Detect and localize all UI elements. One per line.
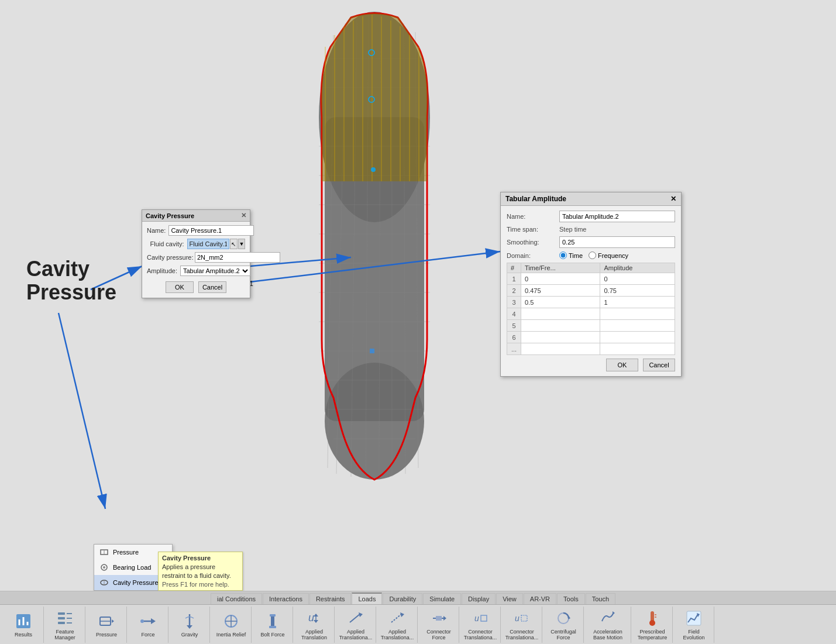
tab-display[interactable]: Display — [462, 593, 496, 604]
cavity-cancel-btn[interactable]: Cancel — [198, 281, 226, 293]
cell-amplitude[interactable]: 0.75 — [600, 285, 675, 297]
prescribed-temp-icon — [643, 609, 662, 628]
tab-durability[interactable]: Durability — [383, 593, 422, 604]
svg-rect-71 — [270, 614, 276, 617]
tabular-name-label: Name: — [507, 213, 559, 220]
tab-ial-conditions[interactable]: ial Conditions — [211, 593, 262, 604]
domain-time-radio[interactable] — [559, 252, 567, 259]
gravity-label: Gravity — [181, 632, 198, 638]
force-tool[interactable]: Force — [130, 608, 166, 642]
tab-interactions[interactable]: Interactions — [263, 593, 309, 604]
applied-translation2-icon — [346, 609, 365, 628]
applied-translation3-icon — [388, 609, 407, 628]
feature-manager-icon — [56, 609, 74, 628]
tooltip-body: Applies a pressure restraint to a fluid … — [162, 563, 239, 580]
svg-text:u: u — [474, 614, 479, 623]
results-tool[interactable]: Results — [6, 608, 41, 642]
acceleration-base-motion-icon — [598, 609, 617, 628]
svg-marker-79 — [359, 612, 363, 617]
inertia-relief-tool[interactable]: Inertia Relief — [214, 608, 249, 642]
viewport — [0, 0, 836, 591]
cell-amplitude[interactable] — [600, 343, 675, 355]
tab-loads[interactable]: Loads — [352, 593, 382, 604]
svg-point-65 — [140, 619, 144, 623]
amplitude-select[interactable]: Tabular Amplitude.2 — [180, 266, 250, 276]
cell-row-num: 6 — [507, 332, 521, 343]
cell-amplitude[interactable] — [600, 320, 675, 332]
cell-time[interactable]: 0.475 — [521, 285, 600, 297]
col-num-header: # — [507, 263, 521, 273]
fluid-cavity-input[interactable] — [187, 239, 229, 249]
bolt-force-label: Bolt Force — [260, 632, 284, 638]
cavity-dialog-close[interactable]: ✕ — [241, 212, 246, 219]
centrifugal-force-tool[interactable]: Centrifugal Force — [546, 608, 581, 642]
cell-time[interactable] — [521, 320, 600, 332]
tooltip-title: Cavity Pressure — [162, 555, 239, 562]
cell-row-num: 1 — [507, 273, 521, 285]
cavity-popup-icon — [99, 577, 109, 588]
svg-rect-56 — [58, 617, 65, 619]
prescribed-temp-tool[interactable]: Prescribed Temperature — [635, 608, 670, 642]
domain-freq-radio[interactable] — [589, 252, 596, 259]
cell-time[interactable] — [521, 308, 600, 320]
cell-time[interactable]: 0.5 — [521, 297, 600, 308]
cell-row-num: 4 — [507, 308, 521, 320]
applied-translation2-label: Applied Translationa... — [339, 629, 373, 640]
connector-force-tool[interactable]: Connector Force — [421, 608, 456, 642]
tabular-name-input[interactable] — [559, 211, 675, 222]
smoothing-label: Smoothing: — [507, 239, 559, 246]
cavity-pressure-input[interactable] — [195, 252, 280, 263]
domain-time-label: Time — [569, 252, 583, 259]
cavity-pressure-dialog: Cavity Pressure ✕ Name: Fluid cavity: ↖ … — [142, 209, 250, 298]
tabular-ok-btn[interactable]: OK — [606, 359, 638, 371]
tabular-cancel-btn[interactable]: Cancel — [643, 359, 675, 371]
tabular-dialog-close[interactable]: ✕ — [670, 195, 676, 203]
cell-time[interactable] — [521, 332, 600, 343]
feature-manager-tool[interactable]: Feature Manager — [47, 608, 82, 642]
cavity-pressure-field-label: Cavity pressure: — [147, 254, 195, 261]
bolt-force-tool[interactable]: Bolt Force — [255, 608, 290, 642]
popup-pressure-label: Pressure — [113, 549, 139, 556]
acceleration-base-motion-tool[interactable]: Acceleration Base Motion — [587, 608, 628, 642]
cell-amplitude[interactable]: 1 — [600, 297, 675, 308]
pressure-tool[interactable]: Pressure — [89, 608, 124, 642]
tooltip-hint: Press F1 for more help. — [162, 581, 239, 588]
svg-rect-96 — [687, 611, 701, 625]
pressure-icon — [97, 612, 116, 631]
connector-translation-tool[interactable]: u Connector Translationa... — [463, 608, 498, 642]
applied-translation3-tool[interactable]: Applied Translationa... — [380, 608, 415, 642]
tab-tools[interactable]: Tools — [557, 593, 585, 604]
tab-touch[interactable]: Touch — [586, 593, 615, 604]
timespan-label: Time span: — [507, 226, 559, 233]
cavity-ok-btn[interactable]: OK — [166, 281, 194, 293]
field-evolution-label: Field Evolution — [677, 629, 710, 640]
applied-translation-tool[interactable]: u Applied Translation — [297, 608, 332, 642]
timespan-value: Step time — [559, 226, 586, 233]
svg-rect-86 — [481, 615, 487, 621]
fluid-cavity-arrow-btn[interactable]: ▼ — [238, 239, 245, 249]
force-label: Force — [141, 632, 154, 638]
svg-rect-55 — [58, 612, 65, 615]
svg-marker-77 — [314, 620, 318, 623]
cell-amplitude[interactable]: 0 — [600, 273, 675, 285]
fluid-cavity-picker-btn[interactable]: ↖ — [230, 239, 238, 249]
smoothing-input[interactable] — [559, 236, 675, 248]
connector-translation2-tool[interactable]: u Connector Translationa... — [504, 608, 539, 642]
name-label: Name: — [147, 227, 168, 234]
svg-marker-76 — [314, 614, 318, 617]
applied-translation2-tool[interactable]: Applied Translationa... — [338, 608, 373, 642]
field-evolution-tool[interactable]: Field Evolution — [676, 608, 711, 642]
cell-time[interactable] — [521, 343, 600, 355]
cell-amplitude[interactable] — [600, 332, 675, 343]
cell-amplitude[interactable] — [600, 308, 675, 320]
domain-freq-label: Frequency — [598, 252, 628, 259]
name-input[interactable] — [168, 225, 254, 236]
gravity-tool[interactable]: Gravity — [172, 608, 207, 642]
tab-restraints[interactable]: Restraints — [309, 593, 352, 604]
cavity-dialog-title: Cavity Pressure — [146, 212, 194, 219]
tab-ar-vr[interactable]: AR-VR — [524, 593, 556, 604]
tabular-amplitude-dialog: Tabular Amplitude ✕ Name: Time span: Ste… — [500, 192, 682, 377]
tab-view[interactable]: View — [496, 593, 523, 604]
cell-time[interactable]: 0 — [521, 273, 600, 285]
tab-simulate[interactable]: Simulate — [423, 593, 461, 604]
